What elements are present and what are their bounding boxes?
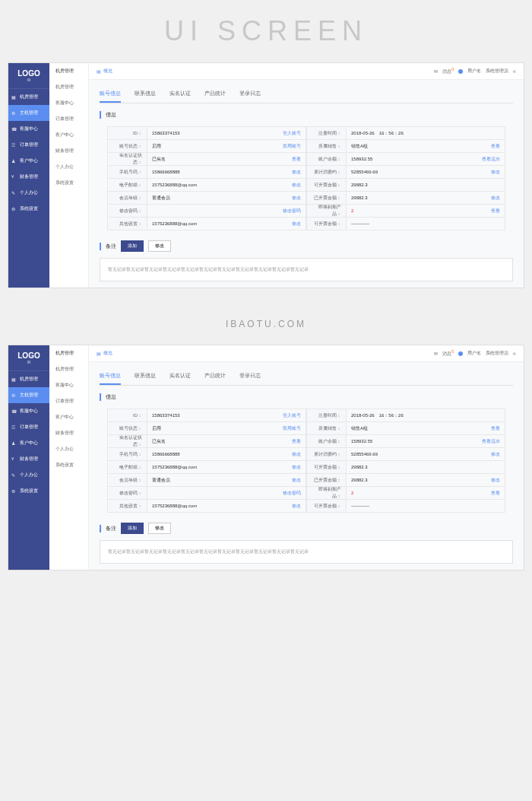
edit-button[interactable]: 修改 (148, 240, 171, 252)
tab-verify[interactable]: 实名认证 (169, 368, 191, 385)
info-text: 29882.3 (351, 183, 368, 187)
page-header: UI SCREEN (0, 0, 532, 62)
subnav-item[interactable]: 订单管理 (49, 393, 88, 409)
remark-title: 备注 (100, 243, 116, 250)
mail-icon[interactable]: ✉ (434, 351, 438, 356)
nav-item-3[interactable]: ☰订单管理 (8, 137, 49, 153)
subnav-item[interactable]: 个人办公 (49, 441, 88, 457)
info-action[interactable]: 禁用账号 (283, 425, 301, 432)
nav-item-6[interactable]: ✎个人办公 (8, 185, 49, 201)
nav-item-4[interactable]: ♟客户中心 (8, 435, 49, 451)
subnav-item[interactable]: 系统设置 (49, 457, 88, 473)
breadcrumb[interactable]: ▤概览 (97, 350, 112, 357)
nav-item-5[interactable]: ¥财务管理 (8, 451, 49, 467)
nav-item-7[interactable]: ⚙系统设置 (8, 201, 49, 217)
admin-link[interactable]: 系统管理员 (486, 350, 508, 357)
info-action[interactable]: 修改 (292, 221, 301, 227)
nav-label: 订单管理 (20, 141, 38, 148)
info-action[interactable]: 查看 (292, 156, 301, 163)
add-button[interactable]: 添加 (121, 240, 144, 252)
info-action[interactable]: 修改密码 (283, 208, 301, 215)
main: ▤概览 ✉ 消息0 用户名 系统管理员 ⎋ 账号信息 联系信息 实名认证 产品统… (89, 345, 524, 570)
breadcrumb[interactable]: ▤概览 (97, 68, 112, 75)
info-action[interactable]: 查看 (491, 425, 500, 432)
mail-icon[interactable]: ✉ (434, 68, 438, 74)
info-action[interactable]: 查看流水 (482, 438, 500, 445)
msg-badge[interactable]: 消息0 (442, 67, 454, 75)
subnav-item[interactable]: 机房管理 (49, 79, 88, 95)
subnav-item[interactable]: 机房管理 (49, 361, 88, 377)
info-action[interactable]: 禁用账号 (283, 143, 301, 150)
nav-item-2[interactable]: ☎客服中心 (8, 121, 49, 137)
subnav-item[interactable]: 财务管理 (49, 425, 88, 441)
tab-account[interactable]: 账号信息 (100, 368, 121, 385)
info-action[interactable]: 修改 (491, 169, 500, 176)
nav-label: 客服中心 (20, 126, 38, 132)
tab-verify[interactable]: 实名认证 (169, 86, 191, 103)
nav-item-3[interactable]: ☰订单管理 (8, 419, 49, 435)
tab-contact[interactable]: 联系信息 (135, 368, 156, 385)
subnav-item[interactable]: 机房管理 (49, 345, 88, 361)
logout-icon[interactable]: ⎋ (513, 69, 516, 74)
info-row: 账户余额：158932.55查看流水 (306, 434, 505, 448)
subnav-item[interactable]: 客户中心 (49, 409, 88, 425)
tab-log[interactable]: 登录日志 (239, 86, 261, 103)
info-row: 账号状态：启用禁用账号 (107, 139, 306, 153)
info-row: 账号状态：启用禁用账号 (107, 421, 306, 435)
subnav-item[interactable]: 机房管理 (49, 63, 88, 79)
nav-item-6[interactable]: ✎个人办公 (8, 467, 49, 483)
info-action[interactable]: 修改 (292, 195, 301, 202)
info-action[interactable]: 登入账号 (283, 130, 301, 137)
info-row: 电子邮箱：1575236888@qq.com修改 (107, 460, 306, 474)
info-action[interactable]: 查看 (292, 438, 301, 445)
info-action[interactable]: 修改 (292, 477, 301, 484)
subnav-item[interactable]: 客服中心 (49, 377, 88, 393)
info-action[interactable]: 查看流水 (482, 156, 500, 163)
info-action[interactable]: 修改 (292, 169, 301, 176)
info-label: 所属销售： (307, 422, 347, 434)
tab-contact[interactable]: 联系信息 (135, 86, 156, 103)
subnav-item[interactable]: 系统设置 (49, 175, 88, 191)
admin-link[interactable]: 系统管理员 (486, 68, 508, 75)
nav-item-0[interactable]: ▦机房管理 (8, 371, 49, 387)
tab-log[interactable]: 登录日志 (239, 368, 261, 385)
info-action[interactable]: 登入账号 (283, 412, 301, 419)
remark-title: 备注 (100, 525, 116, 532)
user-name[interactable]: 用户名 (467, 350, 481, 357)
subnav-item[interactable]: 订单管理 (49, 111, 88, 127)
edit-button[interactable]: 修改 (148, 523, 171, 534)
nav-label: 主机管理 (20, 392, 38, 399)
subnav-item[interactable]: 个人办公 (49, 159, 88, 175)
info-action[interactable]: 修改 (292, 503, 301, 510)
logout-icon[interactable]: ⎋ (513, 351, 516, 356)
nav-item-7[interactable]: ⚙系统设置 (8, 483, 49, 499)
info-action[interactable]: 修改密码 (283, 490, 301, 497)
info-action[interactable]: 查看 (491, 490, 500, 497)
info-action[interactable]: 查看 (491, 208, 500, 215)
tab-stats[interactable]: 产品统计 (204, 86, 226, 103)
subnav-item[interactable]: 客户中心 (49, 127, 88, 143)
info-value: 52855469.69修改 (347, 169, 505, 176)
nav-item-5[interactable]: ¥财务管理 (8, 169, 49, 185)
subnav-item[interactable]: 客服中心 (49, 95, 88, 111)
info-action[interactable]: 查看 (491, 143, 500, 150)
tab-stats[interactable]: 产品统计 (204, 368, 226, 385)
info-label: 手机号码： (108, 448, 147, 460)
nav-item-2[interactable]: ☎客服中心 (8, 403, 49, 419)
nav-item-1[interactable]: ⚙主机管理 (8, 387, 49, 403)
nav-item-4[interactable]: ♟客户中心 (8, 153, 49, 169)
info-action[interactable]: 修改 (292, 464, 301, 471)
info-action[interactable]: 修改 (491, 451, 500, 458)
user-name[interactable]: 用户名 (467, 68, 481, 75)
nav-item-0[interactable]: ▦机房管理 (8, 89, 49, 105)
tab-account[interactable]: 账号信息 (100, 86, 121, 103)
info-action[interactable]: 修改 (491, 195, 500, 202)
info-action[interactable]: 修改 (292, 451, 301, 458)
nav-item-1[interactable]: ⚙主机管理 (8, 105, 49, 121)
msg-badge[interactable]: 消息0 (442, 349, 454, 358)
info-action[interactable]: 修改 (292, 182, 301, 189)
info-label: 修改密码： (108, 487, 147, 499)
subnav-item[interactable]: 财务管理 (49, 143, 88, 159)
info-action[interactable]: 修改 (491, 477, 500, 484)
add-button[interactable]: 添加 (121, 523, 144, 534)
